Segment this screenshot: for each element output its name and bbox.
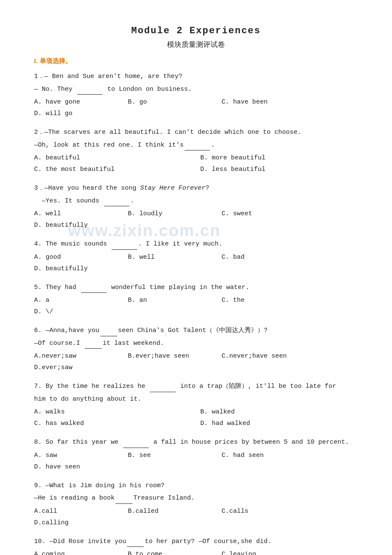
q5-optC: C. the xyxy=(222,295,298,306)
q2-optD: D. less beautiful xyxy=(200,164,358,175)
q3-optA: A. well xyxy=(34,208,111,220)
q3-line2: —Yes. It sounds . xyxy=(34,196,358,207)
q8-line1: 8. So far this year we a fall in house p… xyxy=(34,437,358,448)
q1-optA: A. have gone xyxy=(34,96,111,108)
q7-optB: B. walked xyxy=(200,406,358,418)
q1-optD: D. will go xyxy=(34,108,111,119)
q2-optC: C. the most beautiful xyxy=(34,164,192,175)
question-10: 10. —Did Rose invite youto her party? —O… xyxy=(34,536,358,555)
q7-line2: him to do anything about it. xyxy=(34,394,358,405)
q1-line1: 1．— Ben and Sue aren't home, are they? xyxy=(34,71,358,82)
question-8: 8. So far this year we a fall in house p… xyxy=(34,437,358,473)
q1-optB: B. go xyxy=(128,96,205,108)
q9-optB: B.called xyxy=(128,506,205,517)
q10-optC: C.leaving xyxy=(222,549,298,555)
q3-line1: 3．—Have you heard the song Stay Here For… xyxy=(34,183,358,194)
question-2: 2．—The scarves are all beautiful. I can'… xyxy=(34,127,358,175)
q8-optD: D. have seen xyxy=(34,461,111,473)
q5-optD: D. \/ xyxy=(34,306,111,318)
q9-optC: C.calls xyxy=(222,506,298,517)
q2-line2: —Oh, look at this red one. I think it's. xyxy=(34,140,358,151)
question-3: 3．—Have you heard the song Stay Here For… xyxy=(34,183,358,231)
q5-line1: 5. They had wonderful time playing in th… xyxy=(34,282,358,293)
q3-optC: C. sweet xyxy=(222,208,298,220)
q9-line1: 9. —What is Jim doing in his room? xyxy=(34,480,358,491)
q5-optB: B. an xyxy=(128,295,205,306)
q2-line1: 2．—The scarves are all beautiful. I can'… xyxy=(34,127,358,138)
q6-optB: B.ever;have seen xyxy=(128,350,205,362)
q8-optA: A. saw xyxy=(34,450,111,461)
question-1: 1．— Ben and Sue aren't home, are they? —… xyxy=(34,71,358,119)
q6-optD: D.ever;saw xyxy=(34,362,111,373)
q7-line1: 7. By the time he realizes he into a tra… xyxy=(34,381,358,392)
q5-optA: A. a xyxy=(34,295,111,306)
q6-optA: A.never;saw xyxy=(34,350,111,362)
q7-optD: D. had walked xyxy=(200,418,358,429)
q6-line2: —Of course.I it last weekend. xyxy=(34,338,358,349)
q8-optB: B. see xyxy=(128,450,205,461)
q3-optD: D. beautifully xyxy=(34,220,111,231)
question-7: 7. By the time he realizes he into a tra… xyxy=(34,381,358,429)
q6-optC: C.never;have seen xyxy=(222,350,298,362)
q3-optB: B. loudly xyxy=(128,208,205,220)
question-6: 6. —Anna,have youseen China's Got Talent… xyxy=(34,325,358,373)
title-en: Module 2 Experiences xyxy=(34,26,358,36)
q9-line2: —He is reading a bookTreasure Island. xyxy=(34,493,358,504)
q9-optA: A.call xyxy=(34,506,111,517)
question-5: 5. They had wonderful time playing in th… xyxy=(34,282,358,318)
q4-optB: B. well xyxy=(128,251,205,263)
q10-optB: B.to come xyxy=(128,549,205,555)
q9-optD: D.calling xyxy=(34,517,111,529)
q4-optD: D. beautifully xyxy=(34,263,111,275)
q10-line1: 10. —Did Rose invite youto her party? —O… xyxy=(34,536,358,547)
section-label: I. 单项选择。 xyxy=(34,57,358,65)
question-9: 9. —What is Jim doing in his room? —He i… xyxy=(34,480,358,529)
q8-optC: C. had seen xyxy=(222,450,298,461)
q10-optA: A.coming xyxy=(34,549,111,555)
q4-optA: A. good xyxy=(34,251,111,263)
q7-optA: A. walks xyxy=(34,406,192,418)
q1-optC: C. have been xyxy=(222,96,298,108)
q6-line1: 6. —Anna,have youseen China's Got Talent… xyxy=(34,325,358,336)
q2-optA: A. beautiful xyxy=(34,152,192,164)
q4-optC: C. bad xyxy=(222,251,298,263)
q2-optB: B. more beautiful xyxy=(200,152,358,164)
q1-line2: — No. They to London on business. xyxy=(34,84,358,95)
question-4: 4. The music sounds . I like it very muc… xyxy=(34,239,358,275)
q4-line1: 4. The music sounds . I like it very muc… xyxy=(34,239,358,250)
q7-optC: C. has walked xyxy=(34,418,192,429)
title-cn: 模块质量测评试卷 xyxy=(34,40,358,49)
